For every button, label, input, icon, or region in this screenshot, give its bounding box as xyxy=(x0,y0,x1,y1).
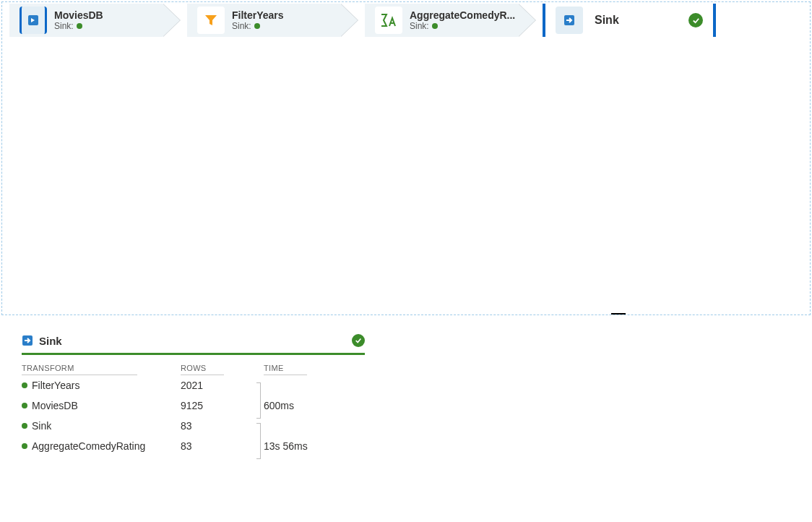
status-dot-icon xyxy=(22,443,27,449)
check-icon xyxy=(352,334,365,347)
details-panel: Sink TRANSFORM ROWS TIME FilterYears 202… xyxy=(1,317,811,465)
node-title: Sink xyxy=(595,14,688,27)
time-bracket-icon xyxy=(256,382,261,419)
node-title: FilterYears xyxy=(232,9,340,21)
node-filteryears[interactable]: FilterYears Sink: xyxy=(187,4,340,37)
pipeline-row: MoviesDB Sink: FilterYears Sink: xyxy=(2,2,810,38)
rows-value: 2021 xyxy=(181,375,264,395)
dataflow-canvas[interactable]: MoviesDB Sink: FilterYears Sink: xyxy=(1,1,811,315)
status-dot-icon xyxy=(22,403,27,408)
node-subtitle: Sink: xyxy=(232,21,340,31)
table-row[interactable]: FilterYears xyxy=(22,375,181,395)
aggregate-icon xyxy=(375,7,402,34)
time-value xyxy=(264,416,379,436)
time-value xyxy=(264,375,379,395)
node-aggregate[interactable]: AggregateComedyR... Sink: xyxy=(365,4,518,37)
sink-icon xyxy=(22,335,33,346)
col-time: TIME xyxy=(264,362,307,375)
check-icon xyxy=(688,13,703,27)
node-title: AggregateComedyR... xyxy=(410,9,518,21)
sink-icon xyxy=(556,7,583,34)
stats-table: TRANSFORM ROWS TIME FilterYears 2021 Mov… xyxy=(22,362,365,456)
table-row[interactable]: Sink xyxy=(22,416,181,436)
resize-handle[interactable] xyxy=(611,313,626,315)
rows-value: 83 xyxy=(181,416,264,436)
status-dot-icon xyxy=(77,23,82,29)
node-subtitle: Sink: xyxy=(54,21,163,31)
status-dot-icon xyxy=(22,423,27,429)
time-value: 600ms xyxy=(264,395,379,416)
source-icon xyxy=(20,7,47,34)
status-dot-icon xyxy=(22,382,27,388)
node-subtitle: Sink: xyxy=(410,21,518,31)
node-title: MoviesDB xyxy=(54,9,163,21)
details-header: Sink xyxy=(22,334,365,355)
col-rows: ROWS xyxy=(181,362,224,375)
filter-icon xyxy=(197,7,225,34)
node-sink[interactable]: Sink xyxy=(543,4,716,37)
rows-value: 9125 xyxy=(181,395,264,416)
details-title: Sink xyxy=(39,335,352,347)
table-row[interactable]: AggregateComedyRating xyxy=(22,436,181,456)
time-bracket-icon xyxy=(256,423,261,459)
status-dot-icon xyxy=(432,23,438,29)
rows-value: 83 xyxy=(181,436,264,456)
status-dot-icon xyxy=(254,23,260,29)
col-transform: TRANSFORM xyxy=(22,362,137,375)
node-moviesdb[interactable]: MoviesDB Sink: xyxy=(9,4,163,37)
table-row[interactable]: MoviesDB xyxy=(22,395,181,416)
time-value: 13s 56ms xyxy=(264,436,379,456)
